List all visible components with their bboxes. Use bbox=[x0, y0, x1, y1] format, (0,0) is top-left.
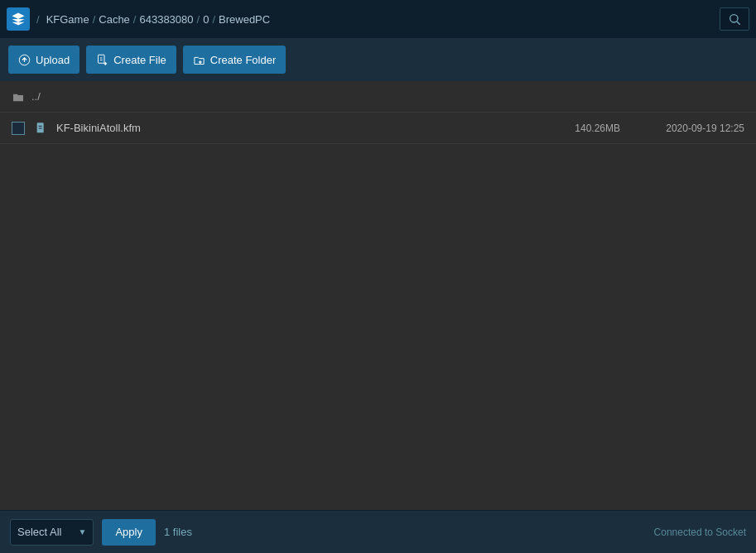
breadcrumb-part-4[interactable]: BrewedPC bbox=[219, 13, 270, 26]
upload-label: Upload bbox=[36, 54, 70, 66]
connection-status: Connected to Socket bbox=[654, 527, 746, 538]
select-all-label: Select All bbox=[17, 526, 61, 538]
create-file-label: Create File bbox=[113, 54, 166, 66]
breadcrumb-part-1[interactable]: Cache bbox=[99, 13, 130, 26]
apply-button[interactable]: Apply bbox=[102, 519, 156, 546]
parent-dir-label: ../ bbox=[31, 90, 41, 103]
folder-icon bbox=[12, 90, 25, 103]
file-list: KF-BikiniAtoll.kfm 140.26MB 2020-09-19 1… bbox=[0, 113, 756, 144]
search-button[interactable] bbox=[720, 7, 749, 31]
upload-icon bbox=[18, 54, 31, 66]
app-logo bbox=[7, 7, 30, 31]
select-all-dropdown[interactable]: Select All ▼ bbox=[10, 519, 94, 546]
create-folder-icon bbox=[193, 54, 205, 66]
svg-rect-4 bbox=[99, 55, 105, 63]
file-name-0: KF-BikiniAtoll.kfm bbox=[56, 122, 537, 134]
breadcrumb-part-0[interactable]: KFGame bbox=[46, 13, 89, 26]
file-checkbox-0[interactable] bbox=[12, 122, 25, 135]
create-folder-button[interactable]: Create Folder bbox=[183, 46, 286, 74]
file-type-icon-0 bbox=[33, 120, 50, 137]
breadcrumb-part-2[interactable]: 643383080 bbox=[139, 13, 193, 26]
create-file-button[interactable]: Create File bbox=[86, 46, 176, 74]
header-bar: / KFGame / Cache / 643383080 / 0 / Brewe… bbox=[0, 0, 756, 38]
breadcrumb-sep-0: / bbox=[36, 13, 40, 26]
breadcrumb-sep-4: / bbox=[212, 13, 215, 26]
create-folder-label: Create Folder bbox=[210, 54, 276, 66]
upload-button[interactable]: Upload bbox=[8, 46, 79, 74]
logo-icon bbox=[11, 12, 26, 26]
breadcrumb-sep-3: / bbox=[197, 13, 200, 26]
footer: Select All ▼ Apply 1 files Connected to … bbox=[0, 510, 756, 553]
breadcrumb-part-3[interactable]: 0 bbox=[203, 13, 209, 26]
create-file-icon bbox=[96, 54, 108, 66]
file-count: 1 files bbox=[164, 526, 192, 538]
table-row[interactable]: KF-BikiniAtoll.kfm 140.26MB 2020-09-19 1… bbox=[0, 113, 756, 144]
breadcrumb-sep-1: / bbox=[93, 13, 96, 26]
parent-dir-row[interactable]: ../ bbox=[0, 81, 756, 113]
chevron-down-icon: ▼ bbox=[78, 527, 86, 536]
document-icon bbox=[35, 122, 48, 135]
breadcrumb: KFGame / Cache / 643383080 / 0 / BrewedP… bbox=[46, 13, 713, 26]
file-area: ../ KF-BikiniAtoll.kfm 140.26MB 2020-09-… bbox=[0, 81, 756, 510]
toolbar: Upload Create File Create Folder bbox=[0, 38, 756, 81]
svg-rect-11 bbox=[37, 123, 44, 132]
svg-line-1 bbox=[737, 22, 740, 25]
file-size-0: 140.26MB bbox=[537, 123, 620, 134]
svg-point-0 bbox=[730, 15, 738, 22]
file-date-0: 2020-09-19 12:25 bbox=[637, 123, 744, 134]
search-icon bbox=[728, 12, 741, 26]
apply-label: Apply bbox=[115, 526, 142, 538]
breadcrumb-sep-2: / bbox=[133, 13, 137, 26]
